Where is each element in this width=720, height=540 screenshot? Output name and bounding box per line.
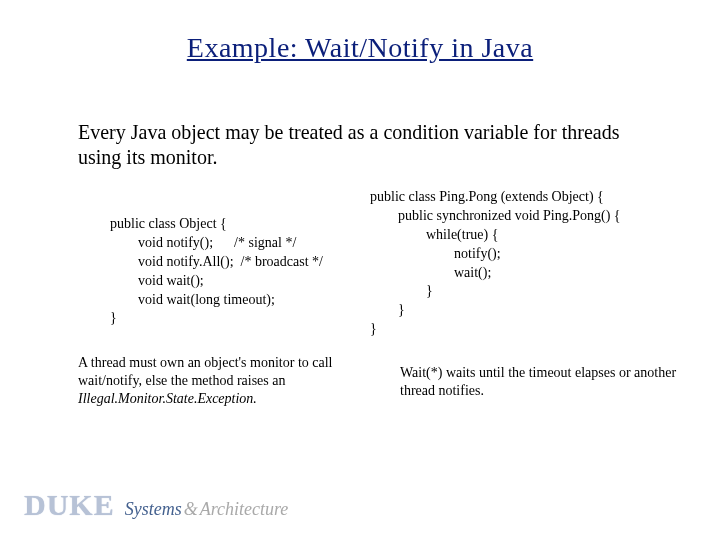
- systems-architecture-text: Systems&Architecture: [125, 499, 289, 520]
- note-left-text: A thread must own an object's monitor to…: [78, 355, 332, 388]
- footer-architecture: Architecture: [200, 499, 289, 519]
- footer-amp: &: [182, 499, 200, 519]
- intro-text: Every Java object may be treated as a co…: [78, 120, 658, 170]
- footer-systems: Systems: [125, 499, 182, 519]
- code-block-pingpong: public class Ping.Pong (extends Object) …: [370, 188, 700, 339]
- code-block-object: public class Object { void notify(); /* …: [110, 215, 370, 328]
- slide: Example: Wait/Notify in Java Every Java …: [0, 0, 720, 540]
- note-left: A thread must own an object's monitor to…: [78, 354, 358, 409]
- footer: DUKE Systems&Architecture: [24, 488, 288, 522]
- slide-title: Example: Wait/Notify in Java: [0, 32, 720, 64]
- duke-logo-text: DUKE: [24, 488, 115, 522]
- note-left-exception: Illegal.Monitor.State.Exception.: [78, 391, 257, 406]
- note-right: Wait(*) waits until the timeout elapses …: [400, 364, 680, 400]
